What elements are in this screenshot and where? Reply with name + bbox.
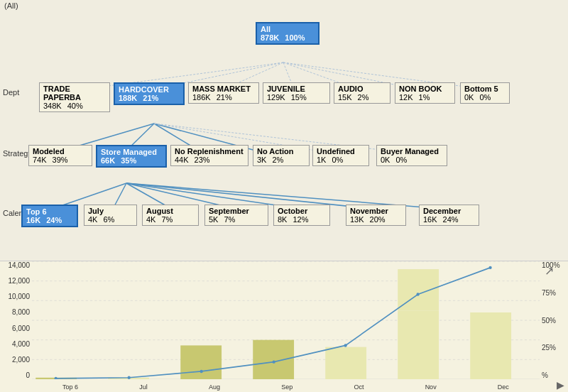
y-axis-left: 14,000 12,000 10,000 8,000 6,000 4,000 2… — [0, 261, 32, 392]
dept-node-audio[interactable]: AUDIO 15K 2% — [334, 82, 390, 104]
calendar-node-september[interactable]: September 5K 7% — [204, 205, 268, 226]
calendar-node-july[interactable]: July 4K 6% — [84, 205, 137, 226]
y-axis-right: 100% 75% 50% 25% % — [540, 261, 568, 392]
svg-point-38 — [273, 360, 275, 363]
svg-rect-32 — [398, 311, 439, 379]
svg-rect-31 — [325, 347, 366, 379]
dept-node-trade[interactable]: TRADE PAPERBA 348K 40% — [39, 82, 110, 112]
page-container: (All) — [0, 0, 568, 392]
calendar-node-august[interactable]: August 4K 7% — [142, 205, 199, 226]
strategy-node-undefined[interactable]: Undefined 1K 0% — [312, 145, 369, 166]
connectors-svg — [0, 11, 568, 274]
dept-label: Dept — [3, 88, 19, 97]
svg-rect-33 — [470, 312, 511, 379]
dept-node-juvenile[interactable]: JUVENILE 129K 15% — [263, 82, 330, 104]
svg-rect-29 — [180, 345, 222, 379]
calendar-node-october[interactable]: October 8K 12% — [273, 205, 330, 226]
svg-point-39 — [344, 344, 347, 347]
chart-area: ↗ 14,000 12,000 10,000 8,000 6,000 4,000… — [0, 261, 568, 392]
x-axis-labels: Top 6 Jul Aug Sep Oct Nov Dec — [32, 383, 540, 391]
svg-point-36 — [128, 376, 131, 379]
tree-area: All 878K 100% Dept TRADE PAPERBA 348K 40… — [0, 11, 568, 274]
strategy-node-storemanaged[interactable]: Store Managed 66K 35% — [96, 145, 167, 168]
dept-node-nonbook[interactable]: NON BOOK 12K 1% — [395, 82, 455, 104]
calendar-node-top6[interactable]: Top 6 16K 24% — [21, 205, 78, 227]
strategy-node-noreplen[interactable]: No Replenishment 44K 23% — [170, 145, 248, 166]
svg-rect-30 — [253, 340, 294, 379]
breadcrumb: (All) — [0, 0, 568, 11]
all-node[interactable]: All 878K 100% — [256, 22, 320, 45]
strategy-node-modeled[interactable]: Modeled 74K 39% — [28, 145, 92, 166]
svg-point-37 — [200, 370, 203, 373]
svg-point-35 — [55, 377, 58, 379]
strategy-label: Strategy — [3, 149, 32, 158]
calendar-node-december[interactable]: December 16K 24% — [419, 205, 479, 226]
svg-point-41 — [489, 266, 492, 269]
dept-node-mass[interactable]: MASS MARKET 186K 21% — [188, 82, 259, 104]
chart-svg-container — [32, 261, 540, 379]
strategy-node-buyermanaged[interactable]: Buyer Managed 0K 0% — [376, 145, 447, 166]
strategy-node-noaction[interactable]: No Action 3K 2% — [253, 145, 310, 166]
calendar-node-november[interactable]: November 13K 20% — [346, 205, 406, 226]
dept-node-bottom5[interactable]: Bottom 5 0K 0% — [460, 82, 510, 104]
bottom-nav-arrow[interactable]: ▶ — [557, 379, 564, 391]
svg-point-40 — [417, 293, 420, 295]
dept-node-hardcover[interactable]: HARDCOVER 188K 21% — [114, 82, 185, 105]
